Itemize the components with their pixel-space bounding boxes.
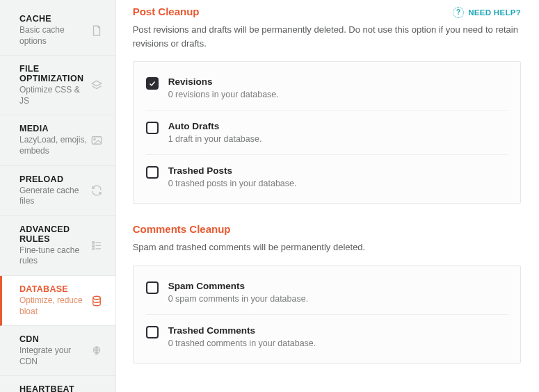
svg-rect-2 (92, 242, 94, 243)
option-sub: 0 spam comments in your database. (168, 294, 309, 304)
sidebar-item-advanced-rules[interactable]: ADVANCED RULES Fine-tune cache rules (0, 216, 115, 276)
refresh-icon (89, 183, 104, 198)
sidebar-item-cdn[interactable]: CDN Integrate your CDN (0, 326, 115, 376)
help-icon: ? (453, 7, 464, 18)
svg-point-8 (92, 296, 100, 300)
section-title-post-cleanup: Post Cleanup (133, 6, 200, 17)
sidebar-item-sub: Integrate your CDN (19, 345, 89, 367)
option-spam-comments: Spam Comments 0 spam comments in your da… (146, 270, 508, 315)
panel-comments-cleanup: Spam Comments 0 spam comments in your da… (133, 266, 521, 364)
svg-point-1 (94, 138, 95, 140)
sidebar-item-sub: Optimize CSS & JS (19, 85, 89, 106)
option-label: Trashed Comments (168, 325, 316, 336)
image-icon (89, 133, 104, 148)
sidebar-item-sub: Generate cache files (19, 186, 89, 207)
checkbox-auto-drafts[interactable] (146, 122, 159, 134)
sidebar-item-title: FILE OPTIMIZATION (19, 64, 89, 83)
sidebar-item-preload[interactable]: PRELOAD Generate cache files (0, 166, 115, 216)
option-label: Revisions (168, 76, 279, 87)
option-auto-drafts: Auto Drafts 1 draft in your database. (146, 111, 508, 155)
globe-icon (89, 343, 104, 359)
sidebar-item-database[interactable]: DATABASE Optimize, reduce bloat (0, 276, 115, 326)
sidebar-item-title: MEDIA (19, 124, 89, 133)
sidebar-item-cache[interactable]: CACHE Basic cache options (0, 6, 115, 56)
checkbox-trashed-comments[interactable] (146, 326, 159, 338)
cache-icon (89, 23, 104, 38)
checkbox-trashed-posts[interactable] (146, 166, 159, 179)
sidebar-item-title: CACHE (19, 14, 89, 24)
section-desc-post-cleanup: Post revisions and drafts will be perman… (133, 23, 521, 50)
sidebar-item-sub: LazyLoad, emojis, embeds (19, 135, 89, 156)
option-label: Trashed Posts (168, 165, 297, 176)
settings-sidebar: CACHE Basic cache options FILE OPTIMIZAT… (0, 0, 116, 392)
option-label: Auto Drafts (168, 121, 262, 131)
sidebar-item-title: ADVANCED RULES (19, 224, 89, 244)
checkbox-spam-comments[interactable] (146, 281, 159, 294)
sidebar-item-heartbeat[interactable]: HEARTBEAT Control WordPress Heartbeat AP… (0, 376, 115, 392)
sidebar-item-media[interactable]: MEDIA LazyLoad, emojis, embeds (0, 115, 115, 165)
main-content: Post Cleanup ? NEED HELP? Post revisions… (116, 0, 539, 392)
option-sub: 0 revisions in your database. (168, 90, 279, 99)
sidebar-item-sub: Basic cache options (19, 25, 89, 47)
layers-icon (89, 78, 104, 93)
option-revisions: Revisions 0 revisions in your database. (146, 66, 508, 111)
option-sub: 0 trashed comments in your database. (168, 338, 316, 348)
section-title-comments-cleanup: Comments Cleanup (133, 223, 521, 235)
sidebar-item-title: HEARTBEAT (19, 384, 89, 392)
need-help-link[interactable]: ? NEED HELP? (453, 7, 521, 18)
option-trashed-posts: Trashed Posts 0 trashed posts in your da… (146, 155, 508, 199)
svg-rect-4 (92, 248, 94, 250)
option-trashed-comments: Trashed Comments 0 trashed comments in y… (146, 315, 508, 359)
sidebar-item-sub: Fine-tune cache rules (19, 245, 89, 267)
database-icon (89, 293, 104, 309)
option-label: Spam Comments (168, 281, 309, 291)
svg-rect-0 (92, 137, 102, 145)
list-icon (89, 238, 104, 253)
need-help-label: NEED HELP? (468, 8, 521, 17)
sidebar-item-title: PRELOAD (19, 174, 89, 184)
sidebar-item-file-optimization[interactable]: FILE OPTIMIZATION Optimize CSS & JS (0, 56, 115, 115)
panel-post-cleanup: Revisions 0 revisions in your database. … (133, 61, 521, 204)
svg-rect-3 (92, 245, 94, 247)
section-desc-comments-cleanup: Spam and trashed comments will be perman… (133, 240, 521, 254)
option-sub: 1 draft in your database. (168, 134, 262, 144)
sidebar-item-sub: Optimize, reduce bloat (19, 295, 89, 317)
sidebar-item-title: CDN (19, 334, 89, 344)
sidebar-item-title: DATABASE (19, 284, 89, 294)
checkbox-revisions[interactable] (146, 77, 159, 90)
option-sub: 0 trashed posts in your database. (168, 179, 297, 188)
